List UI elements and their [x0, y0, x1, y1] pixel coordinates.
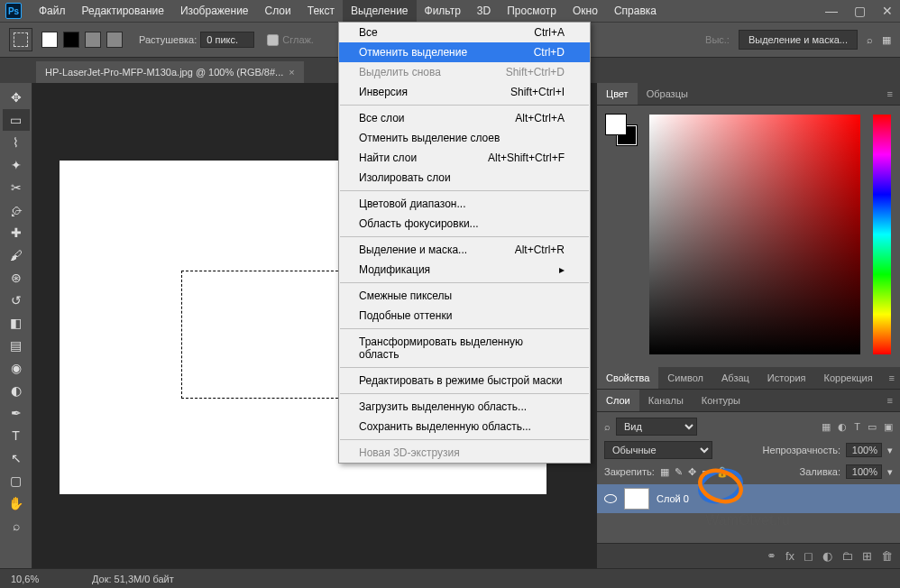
menu-item[interactable]: Цветовой диапазон... [339, 194, 590, 214]
panel-tab[interactable]: Контуры [693, 390, 749, 411]
panel-tab[interactable]: История [758, 367, 815, 389]
feather-input[interactable] [200, 32, 254, 48]
menu-item[interactable]: Изолировать слои [339, 168, 590, 188]
panel-menu-icon[interactable]: ≡ [880, 83, 900, 105]
layer-row[interactable]: Слой 0 [597, 484, 900, 513]
trash-icon[interactable]: 🗑 [881, 549, 893, 563]
zoom-tool[interactable]: ⌕ [3, 515, 30, 537]
selection-add-icon[interactable] [63, 32, 79, 48]
filter-type-icon[interactable]: T [854, 421, 860, 433]
fg-bg-swatches[interactable] [606, 115, 637, 145]
menu-выделение[interactable]: Выделение [343, 0, 417, 22]
visibility-eye-icon[interactable] [604, 494, 617, 503]
menu-item[interactable]: Выделение и маска...Alt+Ctrl+R [339, 240, 590, 260]
layer-thumbnail[interactable] [624, 488, 649, 510]
blur-tool[interactable]: ◉ [3, 357, 30, 379]
minimize-button[interactable]: — [825, 4, 838, 18]
shape-tool[interactable]: ▢ [3, 470, 30, 492]
menu-item[interactable]: Отменить выделениеCtrl+D [339, 42, 590, 62]
panel-tab[interactable]: Свойства [597, 367, 658, 389]
menu-файл[interactable]: Файл [31, 0, 74, 22]
group-icon[interactable]: 🗀 [841, 549, 853, 563]
opacity-value[interactable]: 100% [846, 443, 882, 457]
filter-shape-icon[interactable]: ▭ [868, 421, 877, 433]
menu-item[interactable]: Редактировать в режиме быстрой маски [339, 371, 590, 390]
color-picker-field[interactable] [649, 115, 860, 354]
menu-редактирование[interactable]: Редактирование [74, 0, 172, 22]
hue-slider[interactable] [873, 115, 891, 354]
hand-tool[interactable]: ✋ [3, 492, 30, 514]
menu-окно[interactable]: Окно [565, 0, 606, 22]
marquee-tool[interactable]: ▭ [3, 109, 30, 131]
panel-tab[interactable]: Образцы [638, 83, 697, 105]
menu-item[interactable]: Подобные оттенки [339, 306, 590, 326]
menu-item[interactable]: Трансформировать выделенную область [339, 332, 590, 364]
menu-item[interactable]: Все слоиAlt+Ctrl+A [339, 108, 590, 128]
mask-icon[interactable]: ◻ [804, 549, 813, 563]
close-button[interactable]: ✕ [882, 4, 893, 18]
tool-preset-picker[interactable] [9, 28, 32, 51]
history-tool[interactable]: ↺ [3, 289, 30, 311]
menu-фильтр[interactable]: Фильтр [417, 0, 469, 22]
menu-item[interactable]: Модификация [339, 260, 590, 280]
fx-icon[interactable]: fx [785, 549, 794, 563]
chevron-down-icon[interactable]: ▾ [887, 445, 893, 456]
link-icon[interactable]: ⚭ [767, 549, 776, 563]
document-size[interactable]: Док: 51,3M/0 байт [92, 574, 174, 584]
menu-item[interactable]: Смежные пикселы [339, 286, 590, 306]
filter-adjust-icon[interactable]: ◐ [838, 421, 847, 433]
filter-pixel-icon[interactable]: ▦ [822, 421, 831, 433]
panel-tab[interactable]: Цвет [597, 83, 638, 105]
panel-tab[interactable]: Каналы [639, 390, 693, 411]
wand-tool[interactable]: ✦ [3, 154, 30, 176]
menu-просмотр[interactable]: Просмотр [499, 0, 565, 22]
anti-alias-checkbox[interactable] [267, 34, 279, 46]
heal-tool[interactable]: ✚ [3, 222, 30, 243]
menu-item[interactable]: ВсеCtrl+A [339, 23, 590, 42]
adjust-icon[interactable]: ◐ [822, 549, 832, 563]
maximize-button[interactable]: ▢ [854, 4, 866, 18]
filter-smart-icon[interactable]: ▣ [884, 421, 893, 433]
menu-item[interactable]: Сохранить выделенную область... [339, 417, 590, 436]
foreground-color[interactable] [606, 115, 626, 134]
menu-item[interactable]: Загрузить выделенную область... [339, 397, 590, 417]
select-and-mask-button[interactable]: Выделение и маска... [739, 30, 858, 50]
panel-menu-icon[interactable]: ≡ [880, 390, 900, 411]
lasso-tool[interactable]: ⌇ [3, 132, 30, 153]
eyedrop-tool[interactable]: ⌮ [3, 199, 30, 221]
gradient-tool[interactable]: ▤ [3, 335, 30, 356]
layer-filter-kind[interactable]: Вид [616, 418, 697, 436]
new-icon[interactable]: ⊞ [862, 549, 872, 563]
stamp-tool[interactable]: ⊛ [3, 267, 30, 289]
panel-menu-icon[interactable]: ≡ [882, 367, 900, 389]
fill-value[interactable]: 100% [846, 464, 882, 479]
brush-tool[interactable]: 🖌 [3, 244, 30, 266]
eraser-tool[interactable]: ◧ [3, 312, 30, 334]
menu-item[interactable]: Найти слоиAlt+Shift+Ctrl+F [339, 148, 590, 168]
lock-position-icon[interactable]: ✥ [688, 466, 696, 478]
filter-icon[interactable]: ⌕ [604, 421, 611, 432]
move-tool[interactable]: ✥ [3, 87, 30, 108]
zoom-level[interactable]: 10,6% [11, 574, 65, 584]
close-tab-icon[interactable]: × [289, 67, 294, 78]
dodge-tool[interactable]: ◐ [3, 380, 30, 401]
selection-intersect-icon[interactable] [106, 32, 123, 48]
selection-new-icon[interactable] [41, 32, 58, 48]
menu-справка[interactable]: Справка [606, 0, 665, 22]
pen-tool[interactable]: ✒ [3, 402, 30, 424]
panel-tab[interactable]: Слои [597, 390, 639, 411]
workspace-switcher-icon[interactable]: ▦ [882, 34, 891, 46]
lock-pixels-icon[interactable]: ▦ [660, 466, 669, 478]
menu-item[interactable]: Область фокусировки... [339, 214, 590, 234]
lock-brush-icon[interactable]: ✎ [675, 466, 683, 478]
document-tab[interactable]: HP-LaserJet-Pro-MFP-M130a.jpg @ 100% (RG… [36, 61, 304, 83]
layer-name[interactable]: Слой 0 [657, 493, 689, 504]
menu-изображение[interactable]: Изображение [172, 0, 257, 22]
panel-tab[interactable]: Символ [658, 367, 712, 389]
menu-item[interactable]: Отменить выделение слоев [339, 128, 590, 148]
panel-tab[interactable]: Коррекция [815, 367, 882, 389]
menu-слои[interactable]: Слои [257, 0, 299, 22]
type-tool[interactable]: T [3, 425, 30, 446]
selection-subtract-icon[interactable] [85, 32, 101, 48]
crop-tool[interactable]: ✂ [3, 177, 30, 198]
